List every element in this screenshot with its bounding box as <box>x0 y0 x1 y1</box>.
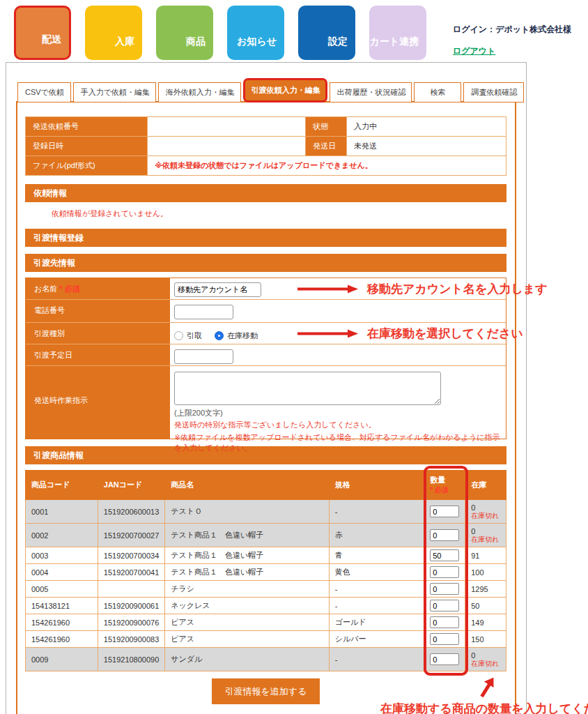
col-header-jan: JANコード <box>98 471 165 500</box>
product-jan-cell: 1519200900076 <box>98 614 165 631</box>
qty-input[interactable] <box>430 583 459 595</box>
product-stock-cell: 0在庫切れ <box>465 648 506 671</box>
nav-button-label: 入庫 <box>115 36 134 48</box>
status-value: 入力中 <box>347 117 506 137</box>
product-row: 0005チラシ-1295 <box>26 581 506 598</box>
tab-overseas-request[interactable]: 海外依頼入力・編集 <box>158 82 241 102</box>
qty-annotation-text: 在庫移動する商品の数量を入力してください <box>380 701 588 714</box>
product-row: 00031519200700034テスト商品１ 色違い帽子青91 <box>26 547 506 564</box>
nav-button-news[interactable]: お知らせ <box>227 6 284 60</box>
product-qty-cell <box>424 547 465 564</box>
radio-stock-move-label: 在庫移動 <box>227 331 258 341</box>
nav-button-label: 配送 <box>42 33 61 46</box>
product-code-cell: 0005 <box>26 581 98 598</box>
name-label: お名前 * 必須 <box>26 278 170 299</box>
stock-value: 0 <box>471 503 500 512</box>
tab-search[interactable]: 検索 <box>414 82 461 102</box>
product-code-cell: 0004 <box>26 564 98 581</box>
product-name-cell: テスト商品１ 色違い帽子 <box>165 564 329 581</box>
stock-value: 150 <box>471 635 500 644</box>
product-jan-cell: 1519200700027 <box>98 524 165 547</box>
logout-link[interactable]: ログアウト <box>453 45 495 57</box>
product-name-cell: チラシ <box>165 581 329 598</box>
qty-input[interactable] <box>430 529 459 541</box>
col-header-name: 商品名 <box>165 471 329 500</box>
product-spec-cell: 黄色 <box>329 564 424 581</box>
recipient-form: お名前 * 必須 移動先アカウント名を入力します <box>25 278 506 439</box>
nav-button-label: カート連携 <box>369 36 419 48</box>
product-stock-cell: 150 <box>465 631 506 648</box>
required-mark: * 必須 <box>59 284 79 293</box>
stock-value: 50 <box>471 602 500 610</box>
footer-area: 引渡情報を追加する 在庫移動する商品の数量を入力してください <box>25 678 506 714</box>
col-header-spec: 規格 <box>329 471 424 500</box>
nav-button-delivery[interactable]: 配送 <box>14 6 71 60</box>
product-qty-cell <box>424 564 465 581</box>
char-limit-note: (上限200文字) <box>174 408 506 418</box>
qty-input[interactable] <box>430 549 459 561</box>
qty-input[interactable] <box>430 600 459 612</box>
tab-csv-request[interactable]: CSVで依頼 <box>17 82 71 102</box>
product-row: 1542619601519200900083ピアスシルバー150 <box>26 631 506 648</box>
nav-button-products[interactable]: 商品 <box>156 6 213 60</box>
status-label: 状態 <box>306 117 347 137</box>
section-recipient-info: 引渡先情報 <box>25 254 506 272</box>
product-stock-cell: 149 <box>465 614 506 631</box>
product-name-cell: テスト０ <box>165 500 329 524</box>
login-block: ログイン：デポット株式会社様 ログアウト <box>453 6 571 57</box>
product-stock-cell: 1295 <box>465 581 506 598</box>
nav-button-settings[interactable]: 設定 <box>298 6 355 60</box>
out-of-stock-badge: 在庫切れ <box>471 536 500 543</box>
tab-handover-request[interactable]: 引渡依頼入力・編集 <box>243 78 327 102</box>
radio-pickup[interactable] <box>174 331 183 340</box>
radio-stock-move[interactable] <box>215 331 224 340</box>
file-pdf-label: ファイル(pdf形式) <box>26 156 148 176</box>
nav-button-cart-link[interactable]: カート連携 <box>369 6 426 60</box>
product-stock-cell: 0在庫切れ <box>465 524 506 547</box>
add-handover-info-button[interactable]: 引渡情報を追加する <box>212 678 320 704</box>
product-stock-cell: 91 <box>465 547 506 564</box>
qty-input[interactable] <box>430 653 459 665</box>
qty-input[interactable] <box>430 616 459 628</box>
product-spec-cell: シルバー <box>329 631 424 648</box>
product-table-wrap: 商品コード JANコード 商品名 規格 数量 * 必須 在庫 000115192… <box>25 470 506 671</box>
product-table: 商品コード JANコード 商品名 規格 数量 * 必須 在庫 000115192… <box>25 470 506 671</box>
product-spec-cell: ゴールド <box>329 614 424 631</box>
work-instructions-textarea[interactable] <box>174 372 441 405</box>
scheduled-date-input[interactable] <box>174 349 233 364</box>
product-row: 00041519200700041テスト商品１ 色違い帽子黄色100 <box>26 564 506 581</box>
product-qty-cell <box>424 631 465 648</box>
nav-button-warehousing[interactable]: 入庫 <box>85 6 142 60</box>
product-jan-cell: 1519200900083 <box>98 631 165 648</box>
product-qty-cell <box>424 614 465 631</box>
col-header-qty: 数量 * 必須 <box>424 471 465 500</box>
tab-shipping-history[interactable]: 出荷履歴・状況確認 <box>330 82 412 102</box>
table-row: 発送依頼番号 状態 入力中 <box>26 117 506 137</box>
product-name-cell: ピアス <box>165 614 329 631</box>
product-stock-cell: 0在庫切れ <box>465 500 506 524</box>
product-qty-cell <box>424 500 465 524</box>
product-code-cell: 0009 <box>26 648 98 671</box>
page: 配送 入庫 商品 お知らせ 設定 カート連携 ログイン：デポット株式会社様 ログ… <box>0 0 588 714</box>
phone-label: 電話番号 <box>26 300 170 322</box>
tab-survey-confirm[interactable]: 調査依頼確認 <box>463 82 524 102</box>
table-row: ファイル(pdf形式) ※依頼未登録の状態ではファイルはアップロードできません。 <box>26 156 506 176</box>
stock-value: 0 <box>471 527 500 536</box>
product-jan-cell: 1519210800090 <box>98 648 165 671</box>
col-header-code: 商品コード <box>26 471 98 500</box>
product-code-cell: 0003 <box>26 547 98 564</box>
product-jan-cell: 1519200900061 <box>98 598 165 614</box>
shipping-request-no-label: 発送依頼番号 <box>26 117 148 137</box>
col-header-stock: 在庫 <box>465 471 506 500</box>
form-row-name: お名前 * 必須 移動先アカウント名を入力します <box>26 278 506 300</box>
qty-input[interactable] <box>430 633 459 645</box>
phone-input[interactable] <box>174 305 233 319</box>
form-row-scheduled-date: 引渡予定日 <box>26 344 506 366</box>
content-box: 発送依頼番号 状態 入力中 登録日時 発送日 未発送 ファイル(pdf形式) ※… <box>16 101 516 714</box>
shipping-request-no-value <box>148 117 306 137</box>
recipient-name-input[interactable] <box>174 282 261 297</box>
qty-input[interactable] <box>430 566 459 578</box>
product-row: 00011519200600013テスト０-0在庫切れ <box>26 500 506 524</box>
tab-manual-request[interactable]: 手入力で依頼・編集 <box>73 82 156 102</box>
qty-input[interactable] <box>430 506 459 517</box>
